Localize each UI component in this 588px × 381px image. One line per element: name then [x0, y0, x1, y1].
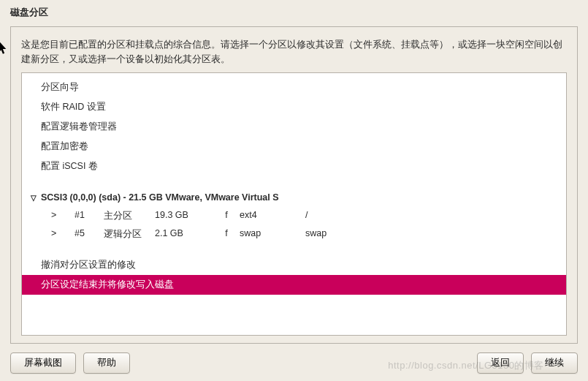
back-button[interactable]: 返回: [477, 352, 524, 374]
partition-fs: swap: [240, 228, 305, 241]
partition-fs: ext4: [240, 210, 305, 222]
partition-mark: >: [51, 228, 75, 241]
triangle-down-icon: ▽: [31, 194, 38, 202]
partition-type: 主分区: [104, 210, 155, 222]
spacer: [22, 176, 566, 188]
partition-size: 19.3 GB: [155, 210, 213, 222]
partition-flag: f: [213, 210, 240, 222]
page-title: 磁盘分区: [0, 0, 588, 23]
partition-size: 2.1 GB: [155, 228, 213, 241]
help-button[interactable]: 帮助: [83, 352, 130, 374]
partition-mount: /: [305, 210, 559, 222]
menu-guided-partitioning[interactable]: 分区向导: [22, 78, 566, 97]
partition-row[interactable]: > #5 逻辑分区 2.1 GB f swap swap: [22, 225, 566, 244]
screenshot-button[interactable]: 屏幕截图: [10, 352, 76, 374]
partition-type: 逻辑分区: [104, 228, 155, 241]
button-bar: 屏幕截图 帮助 返回 继续: [0, 350, 588, 381]
content-frame: 这是您目前已配置的分区和挂载点的综合信息。请选择一个分区以修改其设置（文件系统、…: [10, 26, 578, 344]
partition-mark: >: [51, 210, 75, 222]
device-label: SCSI3 (0,0,0) (sda) - 21.5 GB VMware, VM…: [41, 192, 279, 203]
spacer: [22, 244, 566, 255]
partition-number: #5: [75, 228, 104, 241]
menu-iscsi[interactable]: 配置 iSCSI 卷: [22, 156, 566, 176]
partition-list: 分区向导 软件 RAID 设置 配置逻辑卷管理器 配置加密卷 配置 iSCSI …: [21, 72, 567, 336]
partition-row[interactable]: > #1 主分区 19.3 GB f ext4 /: [22, 207, 566, 225]
description-text: 这是您目前已配置的分区和挂载点的综合信息。请选择一个分区以修改其设置（文件系统、…: [21, 37, 567, 67]
menu-software-raid[interactable]: 软件 RAID 设置: [22, 97, 566, 117]
menu-finish-partitioning[interactable]: 分区设定结束并将修改写入磁盘: [22, 275, 566, 295]
spacer: [137, 352, 470, 374]
menu-undo-changes[interactable]: 撤消对分区设置的修改: [22, 255, 566, 275]
partition-mount: swap: [305, 228, 559, 241]
menu-lvm[interactable]: 配置逻辑卷管理器: [22, 117, 566, 137]
menu-encrypted-volumes[interactable]: 配置加密卷: [22, 137, 566, 156]
continue-button[interactable]: 继续: [531, 352, 578, 374]
partition-flag: f: [213, 228, 240, 241]
device-row[interactable]: ▽ SCSI3 (0,0,0) (sda) - 21.5 GB VMware, …: [22, 188, 566, 207]
partition-number: #1: [75, 210, 104, 222]
